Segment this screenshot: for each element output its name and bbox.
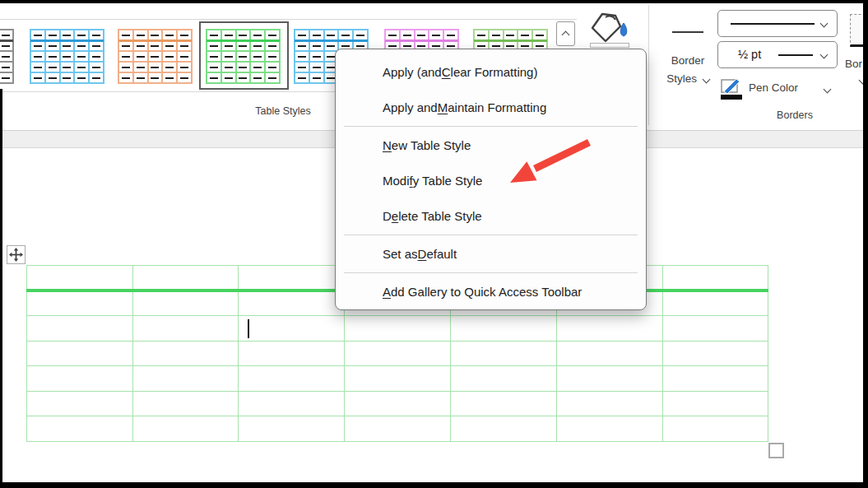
cell-dash bbox=[210, 35, 218, 36]
table-style-thumbnail-green-grid-style[interactable] bbox=[206, 29, 281, 84]
table-grid-hline bbox=[26, 391, 768, 392]
cell-dash bbox=[63, 45, 71, 47]
cell-dash bbox=[49, 35, 57, 36]
table-style-context-menu: Apply (and Clear Formatting)Apply and Ma… bbox=[335, 49, 647, 310]
table-style-thumbnail-blue-grid-style[interactable] bbox=[30, 29, 104, 84]
menu-item-text: D bbox=[418, 247, 427, 261]
menu-item-delete-table-style[interactable]: Delete Table Style bbox=[336, 198, 646, 234]
cell-dash bbox=[327, 35, 335, 36]
cell-dash bbox=[253, 77, 262, 79]
cell-dash bbox=[313, 77, 321, 79]
screenshot-border-right bbox=[863, 0, 868, 488]
cell-dash bbox=[492, 35, 500, 36]
cell-dash bbox=[165, 77, 174, 79]
menu-item-set-as-default[interactable]: Set as Default bbox=[336, 236, 646, 272]
cell-dash bbox=[137, 67, 145, 68]
cell-dash bbox=[298, 45, 306, 47]
thumbnail-header-line bbox=[0, 40, 13, 42]
cell-dash bbox=[327, 45, 335, 47]
table-grid-hline bbox=[26, 365, 768, 366]
menu-item-apply-and-clear-formatting[interactable]: Apply (and Clear Formatting) bbox=[336, 54, 646, 90]
cell-dash bbox=[536, 45, 544, 47]
thumbnail-cell bbox=[133, 51, 148, 62]
cell-dash bbox=[268, 45, 276, 47]
cell-dash bbox=[313, 56, 321, 58]
thumbnail-cell bbox=[221, 72, 236, 83]
cell-dash bbox=[239, 56, 247, 58]
cell-dash bbox=[506, 45, 514, 47]
table-style-thumbnail-orange-grid-style[interactable] bbox=[118, 29, 193, 84]
chevron-up-icon bbox=[562, 31, 570, 40]
cell-dash bbox=[298, 35, 306, 36]
menu-item-apply-and-maintain-formatting[interactable]: Apply and Maintain Formatting bbox=[336, 90, 646, 125]
thumbnail-cell bbox=[162, 72, 177, 83]
cell-dash bbox=[151, 67, 159, 68]
cell-dash bbox=[521, 45, 529, 47]
table-move-handle[interactable] bbox=[7, 245, 26, 264]
border-styles-button[interactable]: Border Styles bbox=[657, 23, 719, 99]
cell-dash bbox=[49, 45, 57, 47]
thumbnail-cell bbox=[295, 51, 309, 62]
cell-dash bbox=[92, 56, 100, 58]
thumbnail-cell bbox=[60, 72, 75, 83]
cell-dash bbox=[253, 45, 262, 47]
cell-dash bbox=[180, 45, 188, 47]
thumbnail-cell bbox=[133, 72, 148, 83]
line-style-dropdown[interactable] bbox=[717, 10, 838, 37]
cell-dash bbox=[341, 45, 350, 47]
cell-dash bbox=[2, 45, 10, 47]
thumbnail-header-line bbox=[118, 40, 192, 42]
table-resize-handle[interactable] bbox=[768, 443, 784, 458]
line-weight-dropdown[interactable]: ½ pt bbox=[717, 41, 838, 68]
chevron-down-icon bbox=[824, 86, 832, 94]
menu-separator bbox=[344, 126, 638, 127]
menu-item-text: Apply (and bbox=[383, 65, 442, 79]
cell-dash bbox=[165, 45, 174, 47]
menu-item-text: D bbox=[383, 209, 392, 223]
menu-item-new-table-style[interactable]: New Table Style bbox=[336, 128, 646, 163]
cell-dash bbox=[313, 35, 321, 36]
cell-dash bbox=[2, 77, 10, 79]
table-style-thumbnail-plain-grid-style[interactable] bbox=[0, 29, 14, 84]
cell-dash bbox=[34, 77, 42, 79]
thumbnail-cell bbox=[118, 72, 133, 83]
cell-dash bbox=[447, 35, 455, 36]
thumbnail-cell bbox=[0, 51, 13, 62]
gallery-top-border bbox=[0, 19, 577, 20]
pen-color-button[interactable]: Pen Color bbox=[719, 77, 842, 102]
menu-item-modify-table-style[interactable]: Modify Table Style bbox=[336, 163, 646, 198]
screenshot-border-top bbox=[0, 0, 868, 3]
thumbnail-cell bbox=[148, 72, 163, 83]
thumbnail-cell bbox=[177, 72, 192, 83]
thumbnail-cell bbox=[265, 51, 280, 62]
thumbnail-cell bbox=[309, 62, 324, 72]
menu-item-add-gallery-to-quick-access-toolbar[interactable]: Add Gallery to Quick Access Toolbar bbox=[336, 274, 646, 309]
menu-separator bbox=[344, 235, 638, 235]
thumbnail-cell bbox=[74, 72, 89, 83]
menu-item-text: lete Table Style bbox=[398, 209, 481, 223]
table-grid-hline bbox=[26, 315, 768, 316]
cell-dash bbox=[92, 35, 100, 36]
thumbnail-cell bbox=[177, 62, 192, 72]
cell-dash bbox=[253, 56, 262, 58]
thumbnail-grid bbox=[206, 29, 281, 84]
cell-dash bbox=[239, 45, 247, 47]
gallery-scroll-up-button[interactable] bbox=[556, 21, 575, 46]
thumbnail-header-line bbox=[474, 40, 547, 42]
move-cross-icon bbox=[9, 248, 23, 262]
cell-dash bbox=[165, 35, 174, 36]
weight-line-sample bbox=[778, 54, 813, 56]
cell-dash bbox=[151, 56, 159, 58]
cell-dash bbox=[268, 67, 276, 68]
thumbnail-cell bbox=[236, 72, 251, 83]
cell-dash bbox=[356, 45, 364, 47]
menu-item-text: M bbox=[438, 100, 448, 114]
menu-item-text: y Table Style bbox=[413, 174, 483, 188]
cell-dash bbox=[432, 45, 440, 47]
menu-item-text: e bbox=[392, 209, 398, 223]
cell-dash bbox=[239, 35, 247, 36]
thumbnail-cell bbox=[177, 51, 192, 62]
shading-color-swatch bbox=[590, 43, 629, 48]
cell-dash bbox=[34, 67, 42, 68]
thumbnail-cell bbox=[207, 72, 221, 83]
